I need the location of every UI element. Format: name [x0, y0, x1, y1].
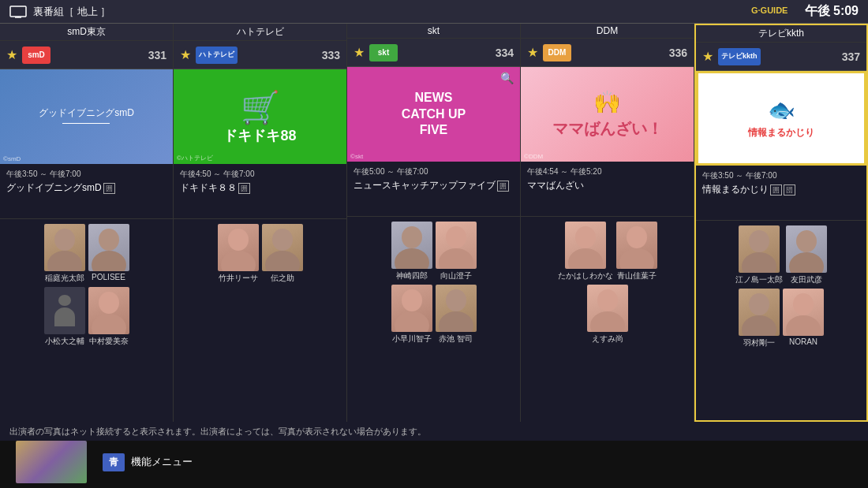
cast-name: 伝之助 — [271, 273, 294, 284]
copyright-ddm: ©DDM — [524, 153, 543, 160]
cast-name: 江ノ島一太郎 — [735, 274, 783, 285]
blue-button[interactable]: 青 — [103, 453, 125, 471]
svg-point-18 — [402, 289, 422, 311]
channel-num-skt: 334 — [496, 47, 514, 59]
channel-name-hato: ハトテレビ — [174, 24, 346, 41]
footer-thumbnail — [16, 441, 87, 483]
current-time: 午後 5:09 — [805, 3, 859, 20]
svg-point-19 — [395, 311, 429, 332]
svg-point-8 — [99, 292, 119, 314]
cast-photo-placeholder — [44, 287, 85, 334]
cast-photo — [88, 224, 129, 271]
svg-point-34 — [793, 293, 814, 315]
svg-point-11 — [221, 251, 256, 271]
copyright-kkth: ©テレビkkth — [699, 155, 735, 164]
cast-photo — [391, 285, 432, 332]
cast-name: たかはしわかな — [558, 270, 613, 281]
cast-item: えすみ尚 — [587, 285, 628, 345]
svg-point-25 — [619, 248, 654, 269]
cast-photo — [88, 287, 129, 334]
channel-col-skt: skt ★ skt 334 🔍 NEWSCATCH UPFIVE ©skt 午後… — [347, 24, 521, 422]
program-title-skt: ニュースキャッチアップファイブ囲 — [354, 179, 514, 192]
cast-section-hato: 竹井リーサ 伝之助 — [174, 219, 346, 422]
cast-item: 中村愛美奈 — [88, 287, 129, 347]
channel-header-smd[interactable]: ★ smD 331 — [0, 41, 173, 69]
cast-photo — [436, 222, 477, 269]
top-bar-left: 裏番組［ 地上 ］ — [9, 5, 110, 19]
cast-row-hato-0: 竹井リーサ 伝之助 — [178, 224, 342, 284]
cast-photo — [391, 222, 432, 269]
cast-photo — [739, 225, 780, 273]
footer: 青 機能メニュー d 広告詳細 — [0, 441, 868, 488]
page-title: 裏番組［ 地上 ］ — [33, 5, 110, 19]
channel-num-kkth: 337 — [842, 50, 860, 63]
cast-name: えすみ尚 — [592, 333, 623, 345]
cast-name: 小松大之輔 — [45, 336, 84, 347]
svg-point-27 — [590, 311, 625, 332]
cast-item: 向山澄子 — [436, 222, 477, 281]
svg-point-14 — [402, 226, 422, 248]
channel-header-kkth[interactable]: ★ テレビkkth 337 — [696, 43, 866, 71]
channel-name-smd: smD東京 — [0, 24, 173, 41]
cast-item: 青山佳葉子 — [616, 222, 657, 281]
cast-photo — [565, 222, 606, 269]
svg-point-30 — [796, 230, 817, 252]
program-time-hato: 午後4:50 ～ 午後7:00 — [180, 169, 340, 180]
program-title-smd: グッドイブニングsmD囲 — [6, 181, 166, 195]
svg-rect-0 — [10, 6, 26, 17]
cast-item: 友田武彦 — [786, 225, 827, 285]
program-info-kkth: 午後3:50 ～ 午後7:00 情報まるかじり囲団 — [696, 166, 866, 221]
star-icon-smd: ★ — [6, 47, 17, 62]
program-time-smd: 午後3:50 ～ 午後7:00 — [6, 169, 166, 180]
channel-col-kkth: テレビkkth ★ テレビkkth 337 🐟 情報まるかじり ©テレビkkth… — [694, 24, 868, 422]
cast-photo — [783, 289, 824, 336]
cast-name: NORAN — [789, 337, 817, 346]
svg-point-6 — [99, 229, 119, 251]
svg-point-29 — [742, 252, 776, 273]
cast-photo — [587, 285, 628, 332]
cast-name: 稲庭光太郎 — [45, 273, 84, 284]
badge: 囲 — [770, 184, 782, 196]
star-icon-kkth: ★ — [702, 49, 713, 64]
svg-point-21 — [439, 311, 473, 332]
cast-item: たかはしわかな — [558, 222, 613, 281]
svg-point-35 — [786, 315, 821, 336]
copyright-hato: ©ハトテレビ — [177, 154, 213, 162]
copyright-skt: ©skt — [350, 153, 363, 160]
program-info-ddm: 午後4:54 ～ 午後5:20 ママばんざい — [521, 162, 694, 217]
menu-label: 機能メニュー — [131, 455, 193, 469]
cast-row-skt-0: 神崎四郎 向山澄子 — [352, 222, 515, 281]
program-time-ddm: 午後4:54 ～ 午後5:20 — [527, 166, 687, 177]
cast-name: 中村愛美奈 — [89, 336, 129, 347]
svg-point-31 — [789, 252, 824, 273]
channel-header-ddm[interactable]: ★ DDM 336 — [521, 39, 694, 67]
cast-photo — [218, 224, 259, 271]
cast-photo — [786, 225, 827, 273]
thumbnail-smd: グッドイブニングsmD ©smD — [0, 69, 173, 164]
svg-point-17 — [439, 248, 473, 269]
cast-item: POLISEE — [88, 224, 129, 284]
bottom-info: 出演者の写真はネット接続すると表示されます。出演者によっては、写真が表示されない… — [0, 422, 868, 441]
channel-col-ddm: DDM ★ DDM 336 🙌 ママばんざい！ ©DDM 午後4:54 ～ 午後… — [521, 24, 694, 422]
copyright-smd: ©smD — [3, 155, 21, 162]
svg-point-28 — [749, 230, 769, 252]
top-bar: 裏番組［ 地上 ］ G·GUIDE 午後 5:09 — [0, 0, 868, 24]
channel-header-hato[interactable]: ★ ハトテレビ 333 — [174, 41, 346, 69]
star-icon-hato: ★ — [180, 47, 191, 62]
channel-name-skt: skt — [347, 24, 520, 39]
channel-logo-kkth: テレビkkth — [718, 48, 761, 65]
thumbnail-hato: 🛒 ドキドキ88 ©ハトテレビ — [174, 69, 346, 164]
channel-grid: smD東京 ★ smD 331 グッドイブニングsmD ©smD 午後3:50 … — [0, 24, 868, 422]
channel-name-kkth: テレビkkth — [696, 25, 866, 43]
channel-header-skt[interactable]: ★ skt 334 — [347, 39, 520, 67]
cast-section-skt: 神崎四郎 向山澄子 小早川智子 赤池 智司 — [347, 217, 520, 422]
cast-photo — [436, 285, 477, 332]
cast-item: 羽村剛一 — [739, 289, 780, 348]
svg-point-20 — [446, 289, 466, 311]
channel-name-ddm: DDM — [521, 24, 694, 39]
svg-point-15 — [395, 248, 429, 269]
channel-col-smd: smD東京 ★ smD 331 グッドイブニングsmD ©smD 午後3:50 … — [0, 24, 174, 422]
cast-item: 神崎四郎 — [391, 222, 432, 281]
cast-section-smd: 稲庭光太郎 POLISEE 小松大之輔 中村愛美奈 — [0, 219, 173, 422]
top-bar-right: G·GUIDE 午後 5:09 — [751, 3, 859, 20]
